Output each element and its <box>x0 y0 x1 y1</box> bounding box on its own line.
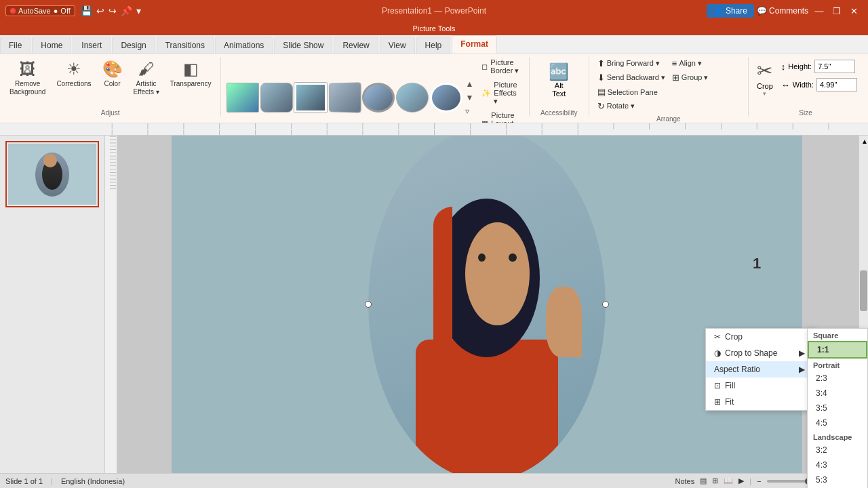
remove-background-button[interactable]: 🖼 RemoveBackground <box>5 57 50 99</box>
slide-view-normal[interactable]: ▤ <box>700 476 707 485</box>
dropdown-arrow[interactable]: ▾ <box>135 4 142 18</box>
face <box>465 222 530 325</box>
send-backward-button[interactable]: ⬇ Send Backward ▾ <box>595 71 668 84</box>
corrections-button[interactable]: ☀ Corrections <box>52 57 95 91</box>
tab-help[interactable]: Help <box>416 37 451 54</box>
handle-left[interactable] <box>365 301 372 308</box>
crop-menu-item-aspect[interactable]: Aspect Ratio ▶ <box>706 361 813 378</box>
slide-view-reading[interactable]: 📖 <box>724 476 733 485</box>
style-3[interactable] <box>294 83 327 113</box>
group-button[interactable]: ⊞ Group ▾ <box>669 71 743 84</box>
aspect-item-4-5[interactable]: 4:5 <box>808 415 867 430</box>
slide-thumbnail-wrapper[interactable] <box>5 141 99 207</box>
aspect-item-3-4[interactable]: 3:4 <box>808 386 867 401</box>
oval-picture <box>368 136 606 473</box>
save-button[interactable]: 💾 <box>79 4 94 18</box>
transparency-icon: ◧ <box>183 60 199 79</box>
style-7[interactable] <box>430 83 462 113</box>
crop-menu-item-fit[interactable]: ⊞ Fit <box>706 394 813 410</box>
crop-menu-item-crop[interactable]: ✂ Crop <box>706 329 813 345</box>
editing-area: ▲ ▼ | | | | | | | | | | | | | | | | | <box>105 136 868 473</box>
tab-file[interactable]: File <box>0 37 31 54</box>
redo-button[interactable]: ↪ <box>107 4 118 18</box>
height-input[interactable] <box>814 60 855 73</box>
slide-info: Slide 1 of 1 <box>5 477 43 485</box>
restore-button[interactable]: ❐ <box>829 3 845 19</box>
aspect-item-2-3[interactable]: 2:3 <box>808 371 867 386</box>
hijab-stripe <box>433 207 452 350</box>
comments-label: Comments <box>769 6 808 16</box>
window-title: Presentation1 — PowerPoint <box>291 6 576 16</box>
tab-transitions[interactable]: Transitions <box>157 37 214 54</box>
width-icon: ↔ <box>781 80 790 90</box>
zoom-out-button[interactable]: − <box>757 477 761 485</box>
alt-text-btn[interactable]: 🔤 AltText <box>543 57 574 103</box>
tab-design[interactable]: Design <box>112 37 155 54</box>
tab-insert[interactable]: Insert <box>73 37 111 54</box>
gallery-up[interactable]: ▲ <box>464 78 475 90</box>
ribbon: 🖼 RemoveBackground ☀ Corrections 🎨 Color… <box>0 54 868 123</box>
crop-menu-item-fill[interactable]: ⊡ Fill <box>706 378 813 394</box>
crop-button[interactable]: ✂ Crop ▾ <box>754 57 776 100</box>
image-container[interactable] <box>368 136 606 473</box>
gallery-controls: ▲ ▼ ▿ <box>464 78 475 117</box>
scroll-thumb[interactable] <box>860 270 867 311</box>
remove-bg-icon: 🖼 <box>20 60 36 79</box>
style-1[interactable] <box>226 83 259 113</box>
slide-view-presentation[interactable]: ▶ <box>738 476 744 485</box>
artistic-effects-button[interactable]: 🖌 ArtisticEffects ▾ <box>130 57 163 99</box>
rotate-icon: ↻ <box>597 101 605 111</box>
crop-menu-item-shape[interactable]: ◑ Crop to Shape ▶ <box>706 345 813 361</box>
aspect-ratio-submenu: Square 1:1 Portrait 2:3 3:4 3:5 4:5 Land… <box>807 328 868 488</box>
tab-animations[interactable]: Animations <box>215 37 273 54</box>
rotate-button[interactable]: ↻ Rotate ▾ <box>595 100 743 113</box>
autosave-badge[interactable]: AutoSave ● Off <box>5 5 75 16</box>
pin-button[interactable]: 📌 <box>119 4 134 18</box>
tab-slide-show[interactable]: Slide Show <box>274 37 332 54</box>
accessibility-label: Accessibility <box>540 106 577 117</box>
slide-item: 1 <box>5 141 99 207</box>
transparency-button[interactable]: ◧ Transparency <box>166 57 216 91</box>
style-4[interactable] <box>329 82 361 113</box>
group-label: Group ▾ <box>682 73 709 82</box>
notes-button[interactable]: Notes <box>675 477 694 485</box>
undo-button[interactable]: ↩ <box>95 4 106 18</box>
aspect-item-4-3[interactable]: 4:3 <box>808 458 867 472</box>
aspect-item-5-3[interactable]: 5:3 <box>808 472 867 487</box>
aspect-item-3-2[interactable]: 3:2 <box>808 443 867 458</box>
picture-effects-button[interactable]: ✨ Picture Effects ▾ <box>477 79 523 107</box>
slide-view-sorter[interactable]: ⊞ <box>712 476 718 485</box>
scroll-up[interactable]: ▲ <box>859 136 868 147</box>
comments-button[interactable]: 💬 Comments <box>757 6 808 16</box>
align-button[interactable]: ≡ Align ▾ <box>669 57 743 70</box>
tab-format[interactable]: Format <box>452 35 497 54</box>
gallery-more[interactable]: ▿ <box>464 105 475 117</box>
picture-layout-button[interactable]: ▦ Picture Layout ▾ <box>477 110 523 123</box>
close-button[interactable]: ✕ <box>846 3 863 19</box>
aspect-item-3-5[interactable]: 3:5 <box>808 401 867 415</box>
tab-home[interactable]: Home <box>32 37 71 54</box>
selection-pane-button[interactable]: ▤ Selection Pane <box>595 85 743 98</box>
style-2[interactable] <box>260 83 293 113</box>
gallery-down[interactable]: ▼ <box>464 92 475 104</box>
tab-review[interactable]: Review <box>334 37 378 54</box>
autosave-label: AutoSave <box>18 7 51 15</box>
share-button[interactable]: 👤 Share <box>707 4 754 18</box>
handle-right[interactable] <box>602 301 609 308</box>
width-input[interactable] <box>816 78 857 92</box>
ruler-v-marks: | | | | | | | | | | | | | | | | | <box>110 136 117 190</box>
minimize-button[interactable]: — <box>811 3 827 19</box>
color-button[interactable]: 🎨 Color <box>98 57 127 91</box>
style-5[interactable] <box>362 83 395 113</box>
aspect-item-1-1[interactable]: 1:1 <box>808 341 867 359</box>
bring-forward-icon: ⬆ <box>597 58 605 68</box>
picture-border-button[interactable]: ◻ Picture Border ▾ <box>477 57 523 77</box>
crop-dropdown-arrow[interactable]: ▾ <box>763 90 766 97</box>
style-6[interactable] <box>396 83 429 113</box>
tab-view[interactable]: View <box>380 37 415 54</box>
titlebar-left: AutoSave ● Off 💾 ↩ ↪ 📌 ▾ <box>5 4 291 18</box>
artistic-icon: 🖌 <box>138 60 155 79</box>
bring-forward-button[interactable]: ⬆ Bring Forward ▾ <box>595 57 668 70</box>
width-label: Width: <box>793 81 814 89</box>
slide-canvas[interactable] <box>172 136 802 473</box>
